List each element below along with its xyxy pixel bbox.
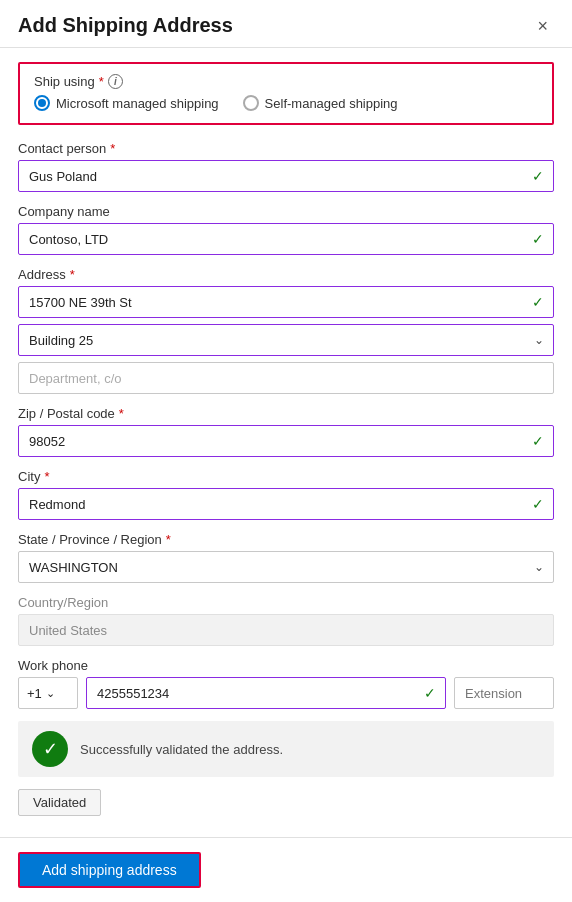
- country-input: [18, 614, 554, 646]
- ship-using-label: Ship using * i: [34, 74, 538, 89]
- success-banner: ✓ Successfully validated the address.: [18, 721, 554, 777]
- state-label: State / Province / Region *: [18, 532, 554, 547]
- city-label: City *: [18, 469, 554, 484]
- phone-country-code[interactable]: +1 ⌄: [18, 677, 78, 709]
- phone-country-code-text: +1: [27, 686, 42, 701]
- city-field: City * ✓: [18, 469, 554, 520]
- phone-number-input[interactable]: [86, 677, 446, 709]
- ship-using-section: Ship using * i Microsoft managed shippin…: [18, 62, 554, 125]
- modal-header: Add Shipping Address ×: [0, 0, 572, 48]
- validated-button[interactable]: Validated: [18, 789, 101, 816]
- company-name-field: Company name ✓: [18, 204, 554, 255]
- radio-self-managed-circle: [243, 95, 259, 111]
- contact-person-label: Contact person *: [18, 141, 554, 156]
- close-button[interactable]: ×: [531, 15, 554, 37]
- work-phone-field: Work phone +1 ⌄ ✓: [18, 658, 554, 709]
- modal-footer: Add shipping address: [0, 837, 572, 902]
- add-shipping-address-button[interactable]: Add shipping address: [18, 852, 201, 888]
- company-name-label: Company name: [18, 204, 554, 219]
- zip-field: Zip / Postal code * ✓: [18, 406, 554, 457]
- work-phone-label: Work phone: [18, 658, 554, 673]
- radio-self-managed-label: Self-managed shipping: [265, 96, 398, 111]
- contact-person-input[interactable]: [18, 160, 554, 192]
- country-label: Country/Region: [18, 595, 554, 610]
- add-shipping-address-modal: Add Shipping Address × Ship using * i Mi…: [0, 0, 572, 902]
- extension-input[interactable]: [454, 677, 554, 709]
- company-name-input[interactable]: [18, 223, 554, 255]
- address-line1-input[interactable]: [18, 286, 554, 318]
- phone-row: +1 ⌄ ✓: [18, 677, 554, 709]
- phone-country-dropdown-icon: ⌄: [46, 687, 55, 700]
- success-text: Successfully validated the address.: [80, 742, 283, 757]
- address-line3-input[interactable]: [18, 362, 554, 394]
- contact-person-field: Contact person * ✓: [18, 141, 554, 192]
- state-field: State / Province / Region * WASHINGTON ⌄: [18, 532, 554, 583]
- state-select[interactable]: WASHINGTON: [18, 551, 554, 583]
- info-icon[interactable]: i: [108, 74, 123, 89]
- required-star: *: [99, 74, 104, 89]
- success-icon: ✓: [32, 731, 68, 767]
- zip-input[interactable]: [18, 425, 554, 457]
- radio-microsoft-label: Microsoft managed shipping: [56, 96, 219, 111]
- radio-microsoft[interactable]: Microsoft managed shipping: [34, 95, 219, 111]
- modal-body: Ship using * i Microsoft managed shippin…: [0, 48, 572, 837]
- success-checkmark-icon: ✓: [43, 738, 58, 760]
- city-input[interactable]: [18, 488, 554, 520]
- country-field: Country/Region: [18, 595, 554, 646]
- address-label: Address *: [18, 267, 554, 282]
- modal-title: Add Shipping Address: [18, 14, 233, 37]
- radio-microsoft-circle: [34, 95, 50, 111]
- radio-self-managed[interactable]: Self-managed shipping: [243, 95, 398, 111]
- zip-label: Zip / Postal code *: [18, 406, 554, 421]
- ship-using-radio-group: Microsoft managed shipping Self-managed …: [34, 95, 538, 111]
- address-line2-input[interactable]: [18, 324, 554, 356]
- address-field: Address * ✓ ⌄: [18, 267, 554, 394]
